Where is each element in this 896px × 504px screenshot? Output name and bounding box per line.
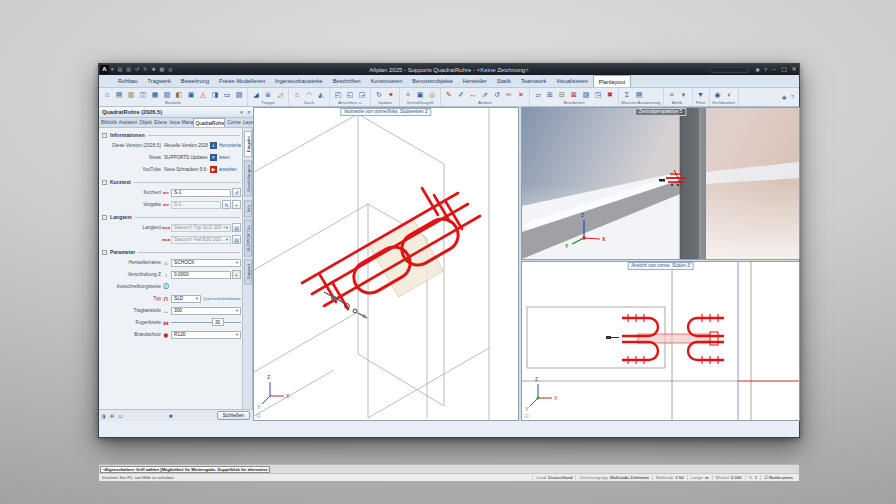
upstand-icon[interactable]: ▨ xyxy=(233,89,245,100)
palette-close-icon[interactable]: ✕ xyxy=(245,109,253,115)
palette-tab[interactable]: Ebenen xyxy=(152,118,167,127)
filter-icon[interactable]: ▼ xyxy=(695,89,707,100)
download-icon[interactable]: ⇓ xyxy=(210,142,217,149)
download-link[interactable]: Herunterladen xyxy=(219,143,241,148)
window-mode-icon[interactable]: ▭ xyxy=(116,413,125,419)
status-item[interactable]: LandDeutschland xyxy=(532,475,575,480)
modify-icon[interactable]: ✐ xyxy=(455,89,467,100)
refresh-3d-icon[interactable]: ✦ xyxy=(385,89,397,100)
ribbon-tab[interactable]: Beschriften xyxy=(328,75,366,87)
viewport-label[interactable]: Ansicht von vorne, Süden 3 xyxy=(627,262,694,270)
help-icon[interactable]: ? xyxy=(762,67,769,73)
watch-link[interactable]: ansehen xyxy=(219,167,237,172)
collapse-icon[interactable]: − xyxy=(102,180,107,185)
langtext-select-1[interactable]: Stacon® Typ SLD 300 +...▾ xyxy=(171,224,231,232)
minimize-button[interactable]: – xyxy=(769,64,779,75)
foundation-icon[interactable]: ◧ xyxy=(173,89,185,100)
ribbon-tab[interactable]: Teamwork xyxy=(516,75,552,87)
ribbon-tab[interactable]: Planlayout xyxy=(593,75,631,87)
undo-icon[interactable]: ↺ xyxy=(133,64,141,75)
trim-icon[interactable]: ✂ xyxy=(503,89,515,100)
read-link[interactable]: lesen xyxy=(219,155,230,160)
ribbon-tab[interactable]: Benutzerobjekte xyxy=(407,75,457,87)
attributes-icon[interactable]: ≡ xyxy=(666,89,678,100)
ribbon-tab[interactable]: Visualisieren xyxy=(551,75,593,87)
notifications-toggle[interactable]: ☑Notifications xyxy=(760,475,796,480)
open-icon[interactable]: ▤ xyxy=(116,64,125,75)
refresh-button[interactable]: ↺ xyxy=(232,188,241,197)
lock-button[interactable]: ▪ xyxy=(232,270,241,279)
langtext-edit-button[interactable]: ▤ xyxy=(232,235,241,244)
status-item[interactable]: ZeichnungstypMaßstabs-Definition xyxy=(575,475,652,480)
stretch-icon[interactable]: ⇗ xyxy=(479,89,491,100)
palette-side-tab[interactable]: Info xyxy=(244,200,252,217)
ribbon-tab[interactable]: Ingenieurbauwerke xyxy=(270,75,328,87)
hersteller-select[interactable]: SCHÖCK▾ xyxy=(171,259,241,267)
roof-plane-icon[interactable]: △ xyxy=(197,89,209,100)
traglast-select[interactable]: 300▾ xyxy=(171,307,241,315)
report-icon[interactable]: ▤ xyxy=(633,89,645,100)
viewport-isometric[interactable]: Isometrie von vorne/links, Südwesten 2 xyxy=(253,107,519,421)
langtext-edit-button[interactable]: ▤ xyxy=(232,223,241,232)
edit-icon[interactable]: ✎ xyxy=(443,89,455,100)
palette-side-tab[interactable]: Eingabe xyxy=(244,131,252,157)
ribbon-tab[interactable]: Konstruieren xyxy=(366,75,408,87)
rebar-connector-drawing[interactable] xyxy=(302,188,480,309)
verschiebung-input[interactable]: 0.0000 xyxy=(171,271,231,279)
layout-icon[interactable]: ▦ xyxy=(158,64,167,75)
dock-icon[interactable]: ✥ xyxy=(108,413,116,419)
palette-side-tab[interactable]: SUPPORTS+ xyxy=(244,220,252,257)
stair-run-icon[interactable]: ≣ xyxy=(262,89,274,100)
hatch-icon[interactable]: ▨ xyxy=(580,89,592,100)
section-icon[interactable]: ◱ xyxy=(344,89,356,100)
search-icon[interactable]: ◎ xyxy=(166,64,174,75)
wall-icon[interactable]: ⌂ xyxy=(101,89,113,100)
fugenbreite-slider[interactable]: 30 xyxy=(171,318,241,327)
cross-section-hint[interactable]: Querschnittshinweis xyxy=(203,296,241,301)
viewport-front[interactable]: Ansicht von vorne, Süden 3 xyxy=(521,261,800,421)
intersect-icon[interactable]: ⊠ xyxy=(568,89,580,100)
quick-1-icon[interactable]: ✧ xyxy=(402,89,414,100)
palette-tab[interactable]: QuadratRohre (2... xyxy=(193,118,226,127)
maximize-button[interactable]: ▢ xyxy=(779,64,789,75)
column-icon[interactable]: ▥ xyxy=(125,89,137,100)
array-icon[interactable]: ⊞ xyxy=(544,89,556,100)
viewport-perspective[interactable]: Zentralperspektive 5 xyxy=(521,107,800,260)
allplan-logo[interactable]: A xyxy=(100,65,109,74)
save-icon[interactable]: ▥ xyxy=(124,64,133,75)
explode-icon[interactable]: ✖ xyxy=(604,89,616,100)
quick-3-icon[interactable]: ◎ xyxy=(426,89,438,100)
subtract-icon[interactable]: ⊟ xyxy=(556,89,568,100)
close-button[interactable]: ✕ xyxy=(789,64,799,75)
slab-icon[interactable]: ▤ xyxy=(113,89,125,100)
youtube-icon[interactable]: ▶ xyxy=(210,166,217,173)
roof-icon[interactable]: ⌂ xyxy=(291,89,303,100)
langtext-select-2[interactable]: Stacon® Fall B30 300...▾ xyxy=(171,236,231,244)
rotate-icon[interactable]: ↺ xyxy=(491,89,503,100)
palette-side-tab[interactable]: Support xyxy=(244,259,252,284)
ribbon-tab[interactable]: Tragwerk xyxy=(143,75,176,87)
palette-tab[interactable]: Assistenten xyxy=(117,118,138,127)
typ-select[interactable]: SLD▾ xyxy=(171,295,201,303)
quantities-icon[interactable]: Σ xyxy=(621,89,633,100)
edit-button[interactable]: ✎ xyxy=(222,200,231,209)
collapse-icon[interactable]: − xyxy=(102,215,107,220)
palette-tab[interactable]: Bibliothek xyxy=(99,118,117,127)
ribbon-tab[interactable]: Statik xyxy=(492,75,516,87)
chimney-icon[interactable]: ◨ xyxy=(209,89,221,100)
redo-icon[interactable]: ↻ xyxy=(141,64,149,75)
detail-icon[interactable]: ◲ xyxy=(356,89,368,100)
quick-2-icon[interactable]: ▣ xyxy=(414,89,426,100)
visibility-icon[interactable]: ◉ xyxy=(712,89,724,100)
apply-button[interactable]: ▪ xyxy=(232,200,241,209)
beam-icon[interactable]: ▧ xyxy=(161,89,173,100)
update-icon[interactable]: ↻ xyxy=(373,89,385,100)
ribbon-tab[interactable]: Rohbau xyxy=(113,75,143,87)
palette-tab[interactable]: Layer xyxy=(241,118,253,127)
viewport-label[interactable]: Zentralperspektive 5 xyxy=(635,108,686,116)
navigation-sphere-icon[interactable]: ⊙ xyxy=(524,413,529,419)
kurztext-input[interactable]: S-1 xyxy=(171,189,231,197)
window-icon[interactable]: ▦ xyxy=(149,89,161,100)
door-icon[interactable]: ◫ xyxy=(137,89,149,100)
vorgabe-input[interactable]: S-1 xyxy=(171,201,221,209)
